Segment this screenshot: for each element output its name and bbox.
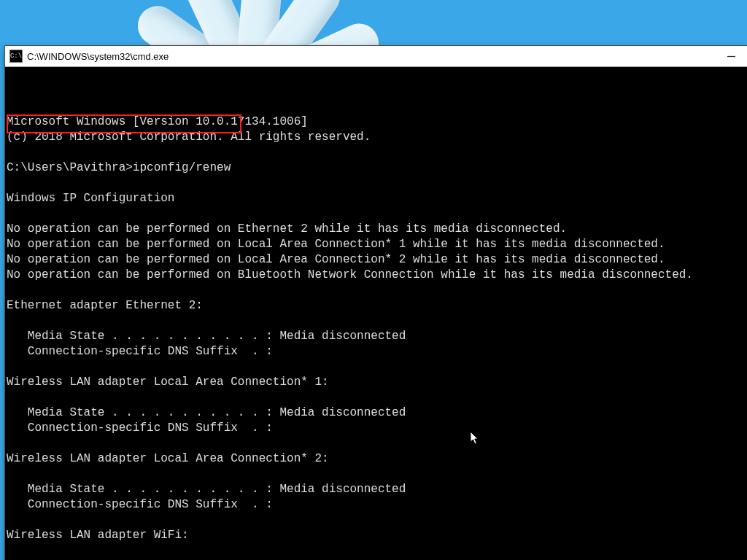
titlebar[interactable]: C:\ C:\WINDOWS\system32\cmd.exe (5, 46, 747, 67)
terminal-output[interactable]: Microsoft Windows [Version 10.0.17134.10… (5, 67, 747, 560)
terminal-line: Wireless LAN adapter Local Area Connecti… (7, 375, 746, 390)
terminal-line: (c) 2018 Microsoft Corporation. All righ… (7, 130, 746, 145)
terminal-line: C:\Users\Pavithra>ipconfig/renew (7, 160, 746, 176)
terminal-line: No operation can be performed on Bluetoo… (7, 268, 746, 283)
terminal-line: Wireless LAN adapter Local Area Connecti… (7, 451, 746, 467)
terminal-line: Ethernet adapter Ethernet 2: (7, 298, 746, 314)
terminal-line: No operation can be performed on Etherne… (7, 222, 746, 237)
terminal-line: Media State . . . . . . . . . . . : Medi… (7, 482, 746, 497)
terminal-line: No operation can be performed on Local A… (7, 252, 746, 268)
terminal-line: Windows IP Configuration (7, 191, 746, 206)
terminal-line: Connection-specific DNS Suffix . : (7, 421, 746, 436)
terminal-line: Connection-specific DNS Suffix . : (7, 344, 746, 359)
terminal-line: Microsoft Windows [Version 10.0.17134.10… (7, 114, 746, 130)
minimize-button[interactable] (714, 46, 747, 66)
terminal-line: Connection-specific DNS Suffix . : (7, 497, 746, 513)
window-title: C:\WINDOWS\system32\cmd.exe (27, 51, 169, 62)
command-prompt-window: C:\ C:\WINDOWS\system32\cmd.exe Microsof… (4, 45, 747, 560)
terminal-line: No operation can be performed on Local A… (7, 237, 746, 252)
terminal-line: Media State . . . . . . . . . . . : Medi… (7, 405, 746, 421)
terminal-line: Wireless LAN adapter WiFi: (7, 528, 746, 543)
terminal-line: Media State . . . . . . . . . . . : Medi… (7, 329, 746, 344)
app-icon: C:\ (9, 50, 23, 63)
minimize-icon (727, 52, 735, 61)
